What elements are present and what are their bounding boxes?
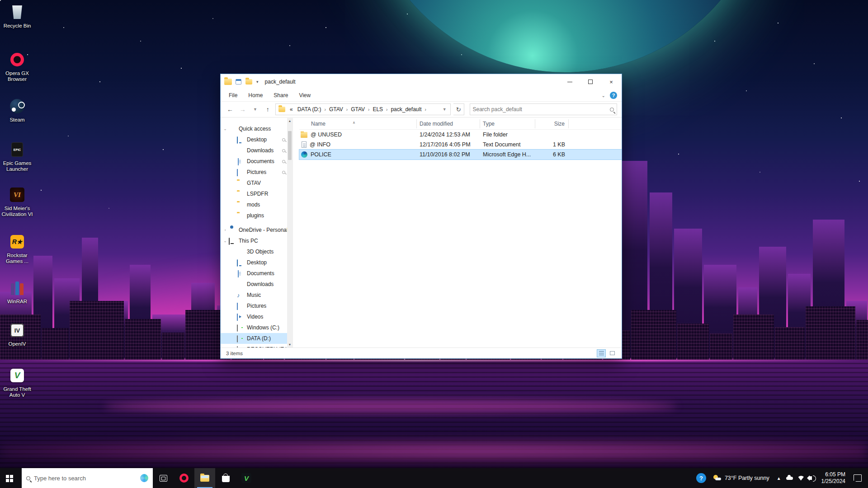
taskbar-opera-gx[interactable] [174,468,194,488]
taskbar-file-explorer[interactable] [194,468,215,488]
chevron-right-icon[interactable]: › [324,107,326,112]
details-view-button[interactable] [597,350,605,357]
address-bar[interactable]: « DATA (D:) › GTAV › GTAV › ELS › pack_d… [275,103,451,115]
sidebar-onedrive[interactable]: › OneDrive - Personal [221,225,292,235]
desktop-icon-winrar[interactable]: WinRAR [0,279,35,305]
scroll-up-icon[interactable]: ▲ [288,118,292,124]
breadcrumb-overflow[interactable]: « [288,105,295,114]
sidebar-item-pc-pictures[interactable]: Pictures [221,300,292,311]
taskbar-search-box[interactable] [22,468,153,488]
action-center-icon[interactable] [854,474,862,482]
sidebar-item-music[interactable]: ♪ Music [221,290,292,300]
file-row-info[interactable]: @ INFO 12/17/2016 4:05 PM Text Document … [299,140,622,150]
expand-ribbon-icon[interactable]: ⌄ [602,93,605,98]
breadcrumb-segment[interactable]: ELS [371,105,385,114]
forward-button[interactable]: → [238,104,248,115]
recent-locations-icon[interactable]: ▼ [250,104,260,115]
hidden-icons-chevron-icon[interactable]: ▲ [777,476,781,481]
chevron-expanded-icon[interactable]: ⌄ [223,127,227,131]
sidebar-scrollbar[interactable]: ▲ ▼ [287,118,292,347]
sidebar-item-pictures[interactable]: Pictures [221,167,292,178]
sidebar-item-pc-desktop[interactable]: Desktop [221,257,292,268]
scrollbar-thumb[interactable] [288,131,292,160]
minimize-button[interactable] [559,74,580,89]
tab-home[interactable]: Home [243,90,268,100]
sidebar-item-mods[interactable]: mods [221,199,292,210]
thumbnails-view-button[interactable] [608,350,616,357]
sidebar-item-documents[interactable]: Documents [221,156,292,167]
explorer-search-input[interactable] [473,106,610,113]
planet-decoration [362,0,769,72]
sidebar-item-windows-c[interactable]: Windows (C:) [221,322,292,333]
weather-widget[interactable]: 73°F Partly sunny [712,468,771,488]
column-header-type[interactable]: Type [480,119,535,128]
maximize-button[interactable] [580,74,601,89]
desktop-icon-rockstar[interactable]: R★ Rockstar Games ... [0,233,35,264]
tab-file[interactable]: File [223,90,243,100]
desktop-icon-steam[interactable]: Steam [0,98,35,123]
sidebar-item-videos[interactable]: Videos [221,311,292,322]
file-row-police[interactable]: POLICE 11/10/2016 8:02 PM Microsoft Edge… [299,150,622,160]
chevron-right-icon[interactable]: › [368,107,370,112]
taskbar-clock[interactable]: 6:05 PM 1/25/2024 [820,471,847,485]
taskbar-gtav[interactable]: V [236,468,257,488]
search-highlights-icon[interactable] [140,474,148,482]
explorer-search-box[interactable] [470,103,617,115]
tab-share[interactable]: Share [268,90,293,100]
taskbar-microsoft-store[interactable] [215,468,236,488]
breadcrumb-segment[interactable]: pack_default [389,105,423,114]
desktop-icon-epic-games[interactable]: EPIC Epic Games Launcher [0,141,35,172]
sidebar-item-downloads[interactable]: Downloads [221,145,292,156]
column-header-date-modified[interactable]: Date modified [417,119,480,128]
help-icon[interactable]: ? [610,92,617,99]
back-button[interactable]: ← [225,104,235,115]
sidebar-item-3d-objects[interactable]: 3D Objects [221,246,292,257]
taskbar-search-input[interactable] [34,475,137,482]
text-document-icon [302,141,307,148]
chevron-collapsed-icon[interactable]: › [223,228,227,232]
sidebar-item-lspdfr[interactable]: LSPDFR [221,188,292,199]
network-icon[interactable] [798,476,804,481]
sidebar-item-plugins[interactable]: plugins [221,210,292,221]
close-button[interactable]: × [601,74,622,89]
breadcrumb-segment[interactable]: GTAV [349,105,367,114]
titlebar[interactable]: ▾ pack_default × [221,74,622,89]
file-row-unused[interactable]: @ UNUSED 1/24/2024 12:53 AM File folder [299,130,622,140]
sidebar-item-pc-documents[interactable]: Documents [221,268,292,279]
new-folder-icon[interactable] [245,79,252,84]
desktop-icon-gtav[interactable]: V Grand Theft Auto V [0,367,35,398]
chevron-right-icon[interactable]: › [386,107,388,112]
desktop-icon-opera-gx[interactable]: Opera GX Browser [0,51,35,82]
sidebar-item-desktop[interactable]: Desktop [221,134,292,145]
chevron-right-icon[interactable]: › [346,107,348,112]
scroll-down-icon[interactable]: ▼ [288,342,292,347]
start-button[interactable] [0,468,22,488]
refresh-icon[interactable]: ↻ [453,103,464,115]
breadcrumb-segment[interactable]: DATA (D:) [296,105,323,114]
onedrive-tray-icon[interactable] [786,477,793,480]
up-button[interactable]: ↑ [263,104,273,115]
chevron-expanded-icon[interactable]: ⌄ [223,239,227,243]
breadcrumb-segment[interactable]: GTAV [327,105,345,114]
tab-view[interactable]: View [293,90,316,100]
address-dropdown-icon[interactable]: ▼ [441,107,448,112]
sidebar-item-recovery[interactable]: RECOVERY (E:) [221,344,292,347]
get-help-icon[interactable]: ? [696,473,706,483]
clock-time: 6:05 PM [825,471,845,478]
sidebar-quick-access[interactable]: ⌄ Quick access [221,123,292,134]
sidebar-item-pc-downloads[interactable]: Downloads [221,279,292,290]
desktop-icon-openiv[interactable]: IV OpenIV [0,322,35,347]
chevron-right-icon[interactable]: › [424,107,426,112]
column-header-name[interactable]: ∧ Name [299,119,417,128]
column-header-size[interactable]: Size [535,119,569,128]
sidebar-this-pc[interactable]: ⌄ This PC [221,235,292,246]
task-view-button[interactable] [153,468,174,488]
desktop-icon-recycle-bin[interactable]: Recycle Bin [0,4,35,29]
qat-dropdown-icon[interactable]: ▾ [256,80,259,84]
desktop-icon-civilization-vi[interactable]: VI Sid Meier's Civilization VI [0,186,35,217]
volume-icon[interactable] [809,476,812,480]
sidebar-item-gtav[interactable]: GTAV [221,178,292,188]
task-view-icon [160,475,167,482]
properties-icon[interactable] [236,79,241,84]
sidebar-item-data-d[interactable]: DATA (D:) [221,333,292,344]
